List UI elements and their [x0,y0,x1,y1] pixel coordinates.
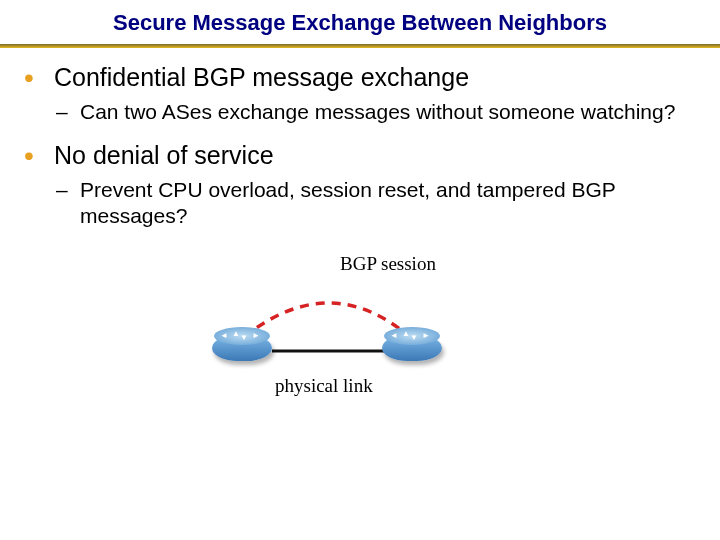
label-physical-link: physical link [275,375,373,397]
title-underline [0,44,720,48]
slide-title: Secure Message Exchange Between Neighbor… [0,0,720,44]
bullet-dos: No denial of service [10,140,710,171]
subbullet-dos: Prevent CPU overload, session reset, and… [10,177,710,230]
slide-content: Confidential BGP message exchange Can tw… [0,62,720,229]
label-bgp-session: BGP session [340,253,436,275]
router-icon: ◄ ► ▲ ▼ [210,327,274,369]
subbullet-confidential: Can two ASes exchange messages without s… [10,99,710,125]
router-icon: ◄ ► ▲ ▼ [380,327,444,369]
bullet-confidential: Confidential BGP message exchange [10,62,710,93]
bgp-diagram: BGP session physical link ◄ ► ▲ ▼ ◄ ► ▲ … [0,243,720,423]
